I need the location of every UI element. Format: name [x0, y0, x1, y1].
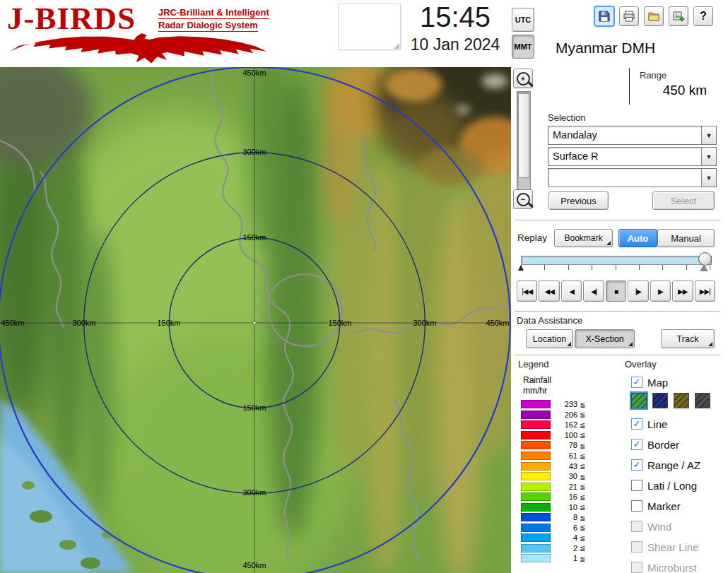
product-dropdown-value: Surface R: [548, 148, 701, 165]
checkbox[interactable]: [631, 480, 642, 491]
overlay-item-label: Shear Line: [647, 541, 699, 553]
bookmark-button[interactable]: Bookmark: [554, 229, 613, 247]
map-color-swatch-2[interactable]: [674, 393, 689, 408]
playback-skip-to-end-button[interactable]: ▶▶|: [695, 280, 715, 302]
control-panel: + − Range 450 km Selection Mandalay ▼ Su…: [511, 67, 728, 573]
utc-button[interactable]: UTC: [512, 8, 534, 32]
legend-operator: ≦: [580, 493, 585, 501]
map-color-swatch-0[interactable]: [631, 393, 647, 408]
checkbox[interactable]: ✓: [631, 418, 642, 430]
legend-row: 1≦: [521, 553, 585, 564]
dropdown-arrow-button[interactable]: ▼: [701, 169, 716, 187]
track-button[interactable]: Track: [661, 329, 715, 348]
location-button[interactable]: Location: [526, 329, 573, 348]
playback-play-backward-button[interactable]: ◀: [561, 280, 582, 302]
ring-label: 150km: [328, 319, 351, 327]
chevron-down-icon: ▼: [706, 175, 712, 182]
ring-label: 150km: [242, 403, 266, 412]
map-color-swatch-1[interactable]: [652, 393, 668, 408]
zoom-in-button[interactable]: +: [513, 69, 533, 88]
separator: [515, 355, 720, 358]
checkbox[interactable]: ✓: [631, 439, 642, 450]
playback-play-forward-button[interactable]: ▶: [650, 280, 671, 302]
legend-value: 16: [553, 492, 577, 501]
overlay-item-range-az[interactable]: ✓Range / AZ: [631, 458, 700, 472]
data-assistance-label: Data Assistance: [517, 315, 582, 326]
help-button[interactable]: ?: [693, 6, 713, 26]
add-image-icon: [672, 10, 685, 23]
legend-row: 21≦: [521, 481, 585, 492]
legend-operator: ≦: [580, 514, 585, 521]
xsection-button[interactable]: X-Section: [575, 329, 635, 348]
playback-skip-to-start-button[interactable]: |◀◀: [517, 280, 537, 302]
separator: [515, 311, 720, 314]
legend-value: 6: [553, 524, 577, 532]
checkbox: [631, 562, 642, 573]
open-folder-button[interactable]: [644, 6, 664, 26]
replay-label: Replay: [517, 232, 547, 243]
overlay-item-border[interactable]: ✓Border: [631, 437, 700, 451]
legend-operator: ≦: [580, 421, 585, 429]
checkbox[interactable]: ✓: [631, 459, 642, 471]
select-button[interactable]: Select: [652, 191, 715, 210]
ring-label: 300km: [242, 148, 266, 156]
ring-label: 450km: [242, 561, 266, 569]
question-mark-icon: ?: [700, 10, 707, 23]
replay-timeline-handle[interactable]: [698, 252, 712, 266]
chevron-down-icon: ▼: [706, 132, 712, 139]
zoom-out-button[interactable]: −: [513, 189, 533, 209]
manual-replay-button[interactable]: Manual: [657, 229, 715, 247]
checkbox[interactable]: [631, 500, 642, 512]
legend-row: 162≦: [521, 420, 585, 430]
save-button[interactable]: [594, 6, 615, 27]
magnifier-handle: [528, 203, 534, 208]
overlay-item-map[interactable]: ✓ Map: [631, 375, 668, 389]
timeline-start-marker-icon: [518, 265, 524, 271]
site-dropdown[interactable]: Mandalay ▼: [548, 126, 717, 145]
dropdown-arrow-button[interactable]: ▼: [701, 148, 716, 165]
extra-dropdown[interactable]: ▼: [548, 168, 717, 187]
overlay-item-marker[interactable]: Marker: [631, 499, 700, 513]
legend-operator: ≦: [580, 483, 585, 490]
legend-color-swatch: [521, 462, 551, 471]
export-image-button[interactable]: [669, 6, 688, 26]
checkbox[interactable]: ✓: [631, 377, 642, 388]
legend-color-swatch: [521, 431, 551, 439]
overlay-item-lati-long[interactable]: Lati / Long: [631, 478, 700, 492]
legend-value: 43: [553, 462, 577, 471]
corner-triangle-icon: [708, 342, 712, 346]
legend-row: 4≦: [521, 533, 585, 543]
overlay-item-microburst: Microburst: [631, 560, 700, 573]
zoom-slider-thumb[interactable]: [518, 93, 529, 178]
legend-value: 4: [553, 533, 577, 542]
overlay-item-line[interactable]: ✓Line: [631, 417, 700, 431]
legend-row: 43≦: [521, 461, 585, 471]
playback-step-forward-button[interactable]: |▶: [628, 280, 648, 302]
extra-dropdown-value: [548, 169, 701, 187]
site-dropdown-value: Mandalay: [548, 126, 701, 144]
playback-stop-button[interactable]: ■: [606, 280, 626, 302]
preview-box[interactable]: [338, 4, 401, 50]
overlay-list: ✓Line✓Border✓Range / AZLati / LongMarker…: [631, 417, 700, 573]
legend-unit-line2: mm/hr: [523, 386, 547, 396]
legend-value: 233: [553, 400, 577, 408]
map-color-swatch-3[interactable]: [695, 393, 710, 408]
dropdown-arrow-button[interactable]: ▼: [701, 126, 716, 144]
zoom-slider[interactable]: [517, 91, 531, 190]
clock-time: 15:45: [394, 1, 516, 33]
folder-icon: [647, 10, 660, 23]
radar-map-canvas[interactable]: 450km 300km 150km 150km 300km 450km 450k…: [0, 67, 511, 573]
mmt-button[interactable]: MMT: [512, 35, 534, 59]
ring-label: 150km: [242, 233, 266, 242]
product-dropdown[interactable]: Surface R ▼: [548, 147, 717, 166]
auto-replay-button[interactable]: Auto: [618, 229, 657, 247]
legend-value: 1: [553, 554, 577, 562]
playback-fast-forward-button[interactable]: ▶▶: [672, 280, 693, 302]
print-button[interactable]: [619, 6, 639, 26]
playback-step-backward-button[interactable]: ◀|: [583, 280, 604, 302]
previous-button[interactable]: Previous: [548, 191, 609, 210]
replay-timeline-track[interactable]: [521, 256, 712, 265]
playback-fast-rewind-button[interactable]: ◀◀: [539, 280, 559, 302]
selection-label: Selection: [548, 112, 585, 123]
eagle-logo-icon: [4, 27, 276, 65]
